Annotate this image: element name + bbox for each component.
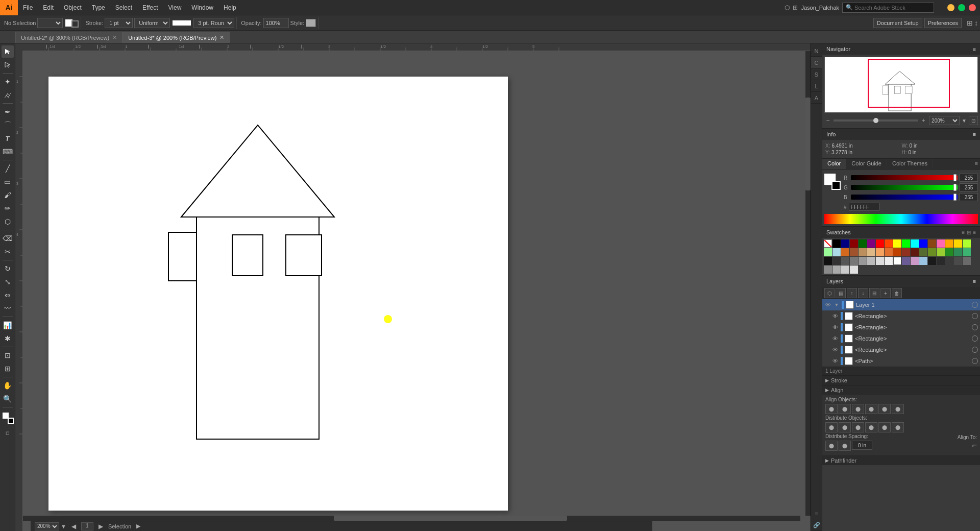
swatch-7[interactable]: [893, 239, 901, 248]
paintbrush-tool[interactable]: 🖌: [2, 189, 14, 201]
swatch-25[interactable]: [902, 248, 910, 256]
swatch-gray5[interactable]: [859, 257, 867, 265]
column-graph-tool[interactable]: 📊: [2, 319, 14, 331]
swatch-11[interactable]: [928, 239, 936, 248]
swatch-dg9[interactable]: [850, 266, 858, 274]
background-color[interactable]: [831, 181, 841, 190]
layer1-expand[interactable]: ▼: [834, 302, 840, 308]
layer-add-btn[interactable]: ⬡: [824, 288, 835, 298]
swatch-dg5[interactable]: [963, 257, 971, 265]
artboard-input[interactable]: 1: [81, 522, 93, 530]
menu-type[interactable]: Type: [87, 0, 110, 15]
swatch-28[interactable]: [928, 248, 936, 256]
fill-stroke-selector[interactable]: [2, 412, 14, 424]
minimize-button[interactable]: [947, 4, 954, 11]
b-slider-thumb[interactable]: [953, 194, 957, 201]
navigator-zoom-select[interactable]: 200%: [929, 116, 960, 125]
layer-item-rect3[interactable]: 👁 <Rectangle>: [822, 333, 980, 344]
horizontal-scrollbar[interactable]: [23, 516, 800, 521]
navigator-header[interactable]: Navigator ≡: [822, 43, 980, 55]
scissors-tool[interactable]: ✂: [2, 246, 14, 258]
touch-type-tool[interactable]: ⌨: [2, 146, 14, 158]
workspace-icon[interactable]: ⊞: [793, 4, 798, 11]
artboard-tool[interactable]: ⊡: [2, 349, 14, 361]
swatch-gray1[interactable]: [824, 257, 832, 265]
layer-template-btn[interactable]: ⊟: [869, 288, 879, 298]
vertical-scrollbar[interactable]: [805, 51, 811, 516]
navigator-zoom-dropdown[interactable]: ▼: [962, 118, 967, 124]
artboard[interactable]: [48, 77, 508, 511]
align-top-btn[interactable]: ⬤: [865, 404, 877, 414]
screen-mode-btn[interactable]: ◻: [2, 427, 14, 439]
dist-bottom-btn[interactable]: ⬤: [892, 422, 904, 432]
swatch-3[interactable]: [859, 239, 867, 248]
tab-close-0[interactable]: ✕: [112, 34, 117, 41]
zoom-slider-thumb[interactable]: [873, 118, 878, 123]
swatch-dg1[interactable]: [928, 257, 936, 265]
b-value-input[interactable]: [960, 193, 978, 201]
pen-tool[interactable]: ✒: [2, 106, 14, 118]
rect2-target[interactable]: [972, 324, 978, 330]
swatch-dg6[interactable]: [824, 266, 832, 274]
layer-delete-btn[interactable]: 🗑: [892, 288, 902, 298]
line-tool[interactable]: ╱: [2, 162, 14, 175]
lasso-tool[interactable]: ⌭: [2, 89, 14, 101]
swatch-1[interactable]: [841, 239, 849, 248]
swatch-dg8[interactable]: [841, 266, 849, 274]
close-button[interactable]: [969, 4, 976, 11]
pathfinder-header[interactable]: ▶ Pathfinder: [822, 455, 980, 465]
pencil-tool[interactable]: ✏: [2, 202, 14, 214]
swatch-21[interactable]: [867, 248, 875, 256]
layer-move-up-btn[interactable]: ↑: [847, 288, 857, 298]
search-input[interactable]: [854, 5, 926, 11]
menu-view[interactable]: View: [163, 0, 187, 15]
swatch-gray2[interactable]: [832, 257, 841, 265]
maximize-button[interactable]: [958, 4, 965, 11]
menu-effect[interactable]: Effect: [137, 0, 163, 15]
preferences-button[interactable]: Preferences: [924, 18, 962, 28]
fg-bg-indicator[interactable]: [824, 174, 841, 190]
type-tool[interactable]: T: [2, 132, 14, 144]
dist-value-input[interactable]: [852, 441, 872, 450]
swatch-dg4[interactable]: [954, 257, 962, 265]
g-slider-thumb[interactable]: [953, 184, 957, 191]
swatch-15[interactable]: [963, 239, 971, 248]
swatch-6[interactable]: [885, 239, 893, 248]
color-themes-tab[interactable]: Color Themes: [887, 159, 933, 169]
symbol-sprayer-tool[interactable]: ✱: [2, 332, 14, 345]
layer-item-rect4[interactable]: 👁 <Rectangle>: [822, 344, 980, 355]
extension-manager-icon[interactable]: ⬡: [785, 4, 790, 11]
canvas-area[interactable]: [23, 51, 811, 521]
swatch-17[interactable]: [832, 248, 841, 256]
dist-space-v-btn[interactable]: ⬤: [839, 441, 851, 451]
navigator-menu-icon[interactable]: ≡: [973, 46, 976, 52]
transform-icon[interactable]: ↕: [974, 19, 978, 27]
b-slider[interactable]: [851, 195, 958, 200]
v-scroll-thumb[interactable]: [805, 98, 811, 190]
swatch-14[interactable]: [954, 239, 962, 248]
scale-tool[interactable]: ⤡: [2, 276, 14, 288]
swatch-31[interactable]: [954, 248, 962, 256]
zoom-in-icon[interactable]: +: [920, 117, 927, 124]
layer-item-rect2[interactable]: 👁 <Rectangle>: [822, 322, 980, 333]
h-scroll-thumb[interactable]: [334, 516, 567, 521]
layer1-target[interactable]: [972, 302, 978, 308]
zoom-select[interactable]: 200%: [35, 522, 59, 530]
slice-tool[interactable]: ⊞: [2, 363, 14, 375]
next-artboard-btn[interactable]: ▶: [99, 523, 103, 530]
g-slider[interactable]: [851, 185, 958, 190]
align-right-btn[interactable]: ⬤: [852, 404, 864, 414]
stroke-type-select[interactable]: Uniform: [134, 18, 170, 28]
document-setup-button[interactable]: Document Setup: [873, 18, 922, 28]
r-slider-thumb[interactable]: [953, 174, 957, 181]
menu-file[interactable]: File: [18, 0, 38, 15]
swatch-none[interactable]: [824, 239, 832, 248]
panel-color-icon[interactable]: C: [811, 57, 822, 68]
align-header[interactable]: ▶ Align: [822, 385, 980, 395]
rect4-target[interactable]: [972, 347, 978, 353]
corner-select[interactable]: 3 pt. Round: [193, 18, 234, 28]
menu-edit[interactable]: Edit: [38, 0, 59, 15]
dist-center-h-btn[interactable]: ⬤: [839, 422, 851, 432]
swatch-p1[interactable]: [902, 257, 910, 265]
swatch-10[interactable]: [919, 239, 927, 248]
